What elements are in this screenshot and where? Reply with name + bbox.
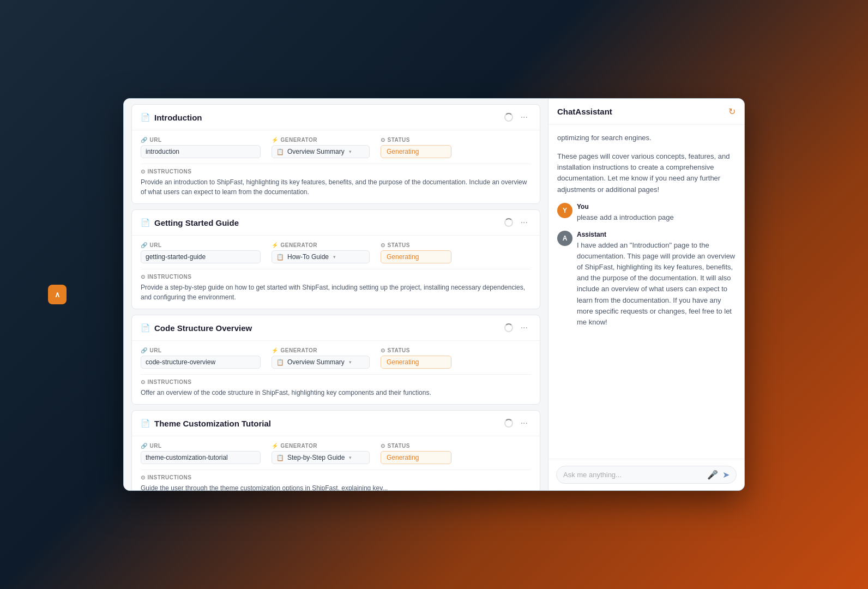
card-title-code-structure: 📄 Code Structure Overview [141,323,252,333]
instructions-label: ⊙ INSTRUCTIONS [141,169,531,175]
assistant-avatar: A [557,231,572,246]
page-icon: 📄 [141,113,150,122]
more-options-getting-started[interactable]: ··· [517,217,531,229]
chat-title: ChatAssistant [557,107,612,116]
assistant-message-3: A Assistant I have added an "Introductio… [557,231,736,328]
generator-label: ⚡ GENERATOR [272,137,370,143]
card-header-code-structure: 📄 Code Structure Overview ··· [132,315,540,341]
page-title-getting-started: Getting Started Guide [154,218,239,227]
spinner-theme [504,419,513,428]
instructions-text-code-structure: Offer an overview of the code structure … [141,388,531,398]
instructions-text-theme: Guide the user through the theme customi… [141,483,531,490]
assistant-message-1: optimizing for search engines. [557,133,736,143]
spinner-introduction [504,113,513,122]
card-header-theme: 📄 Theme Customization Tutorial ··· [132,411,540,436]
url-value-theme: theme-customization-tutorial [141,451,261,464]
field-row-introduction: 🔗 URL introduction ⚡ GENERATOR 📋 Overvie… [141,137,531,158]
card-actions-getting-started: ··· [504,217,531,229]
pages-panel: 📄 Introduction ··· 🔗 URL introduction [124,99,548,490]
generator-field-introduction: ⚡ GENERATOR 📋 Overview Summary ▾ [272,137,370,158]
send-icon[interactable]: ➤ [722,470,730,480]
sidebar-toggle-button[interactable]: ∧ [48,285,67,304]
generator-value-code-structure[interactable]: 📋 Overview Summary ▾ [272,356,370,369]
card-header-introduction: 📄 Introduction ··· [132,105,540,130]
generator-field-getting-started: ⚡ GENERATOR 📋 How-To Guide ▾ [272,242,370,263]
card-body-getting-started: 🔗 URL getting-started-guide ⚡ GENERATOR … [132,236,540,309]
chat-input[interactable] [563,471,703,479]
chat-input-area: 🎤 ➤ [548,459,744,490]
status-label: ⊙ STATUS [381,137,451,143]
generator-value-introduction[interactable]: 📋 Overview Summary ▾ [272,145,370,158]
page-icon: 📄 [141,419,150,428]
card-header-getting-started: 📄 Getting Started Guide ··· [132,210,540,236]
field-row-theme: 🔗 URL theme-customization-tutorial ⚡ GEN… [141,443,531,464]
instructions-text-introduction: Provide an introduction to ShipFast, hig… [141,177,531,197]
url-field-code-structure: 🔗 URL code-structure-overview [141,347,261,369]
status-value-code-structure: Generating [381,356,451,369]
page-title-introduction: Introduction [154,113,202,122]
page-card-getting-started: 📄 Getting Started Guide ··· 🔗 URL gettin [131,209,540,309]
card-body-theme: 🔗 URL theme-customization-tutorial ⚡ GEN… [132,436,540,490]
url-field-getting-started: 🔗 URL getting-started-guide [141,242,261,263]
user-message-you: Y You please add a introduction page [557,203,736,223]
user-name: You [577,203,736,211]
instructions-section-getting-started: ⊙ INSTRUCTIONS Provide a step-by-step gu… [141,269,531,302]
url-value-getting-started: getting-started-guide [141,250,261,263]
field-row-getting-started: 🔗 URL getting-started-guide ⚡ GENERATOR … [141,242,531,263]
status-field-getting-started: ⊙ STATUS Generating [381,242,451,263]
assistant-bubble-content: Assistant I have added an "Introduction"… [577,231,736,328]
url-label: 🔗 URL [141,137,261,143]
status-field-introduction: ⊙ STATUS Generating [381,137,451,158]
page-card-code-structure: 📄 Code Structure Overview ··· 🔗 URL code [131,315,540,405]
card-actions-theme: ··· [504,417,531,429]
status-value-introduction: Generating [381,145,451,158]
instructions-text-getting-started: Provide a step-by-step guide on how to g… [141,283,531,302]
page-title-code-structure: Code Structure Overview [154,323,252,333]
generator-value-theme[interactable]: 📋 Step-by-Step Guide ▾ [272,451,370,464]
refresh-icon[interactable]: ↻ [728,106,736,117]
assistant-message-2: These pages will cover various concepts,… [557,151,736,195]
chat-input-row: 🎤 ➤ [556,466,737,484]
generator-field-code-structure: ⚡ GENERATOR 📋 Overview Summary ▾ [272,347,370,369]
user-text: please add a introduction page [577,212,736,223]
url-field-theme: 🔗 URL theme-customization-tutorial [141,443,261,464]
status-value-getting-started: Generating [381,250,451,263]
page-icon: 📄 [141,218,150,227]
spinner-getting-started [504,218,513,227]
card-title-getting-started: 📄 Getting Started Guide [141,218,239,227]
page-title-theme: Theme Customization Tutorial [154,419,271,428]
mic-icon[interactable]: 🎤 [707,470,718,480]
more-options-theme[interactable]: ··· [517,417,531,429]
card-body-code-structure: 🔗 URL code-structure-overview ⚡ GENERATO… [132,341,540,404]
card-title-introduction: 📄 Introduction [141,113,202,122]
user-bubble-content: You please add a introduction page [577,203,736,223]
user-avatar: Y [557,203,572,218]
card-actions-code-structure: ··· [504,322,531,334]
card-body-introduction: 🔗 URL introduction ⚡ GENERATOR 📋 Overvie… [132,130,540,203]
status-field-theme: ⊙ STATUS Generating [381,443,451,464]
spinner-code-structure [504,323,513,332]
status-field-code-structure: ⊙ STATUS Generating [381,347,451,369]
generator-field-theme: ⚡ GENERATOR 📋 Step-by-Step Guide ▾ [272,443,370,464]
instructions-section-code-structure: ⊙ INSTRUCTIONS Offer an overview of the … [141,374,531,398]
card-title-theme: 📄 Theme Customization Tutorial [141,419,271,428]
page-icon: 📄 [141,323,150,332]
url-value-introduction: introduction [141,145,261,158]
page-card-introduction: 📄 Introduction ··· 🔗 URL introduction [131,104,540,204]
card-actions-introduction: ··· [504,111,531,123]
assistant-text: I have added an "Introduction" page to t… [577,240,736,328]
chat-messages: optimizing for search engines. These pag… [548,125,744,459]
instructions-section-introduction: ⊙ INSTRUCTIONS Provide an introduction t… [141,164,531,197]
more-options-code-structure[interactable]: ··· [517,322,531,334]
generator-value-getting-started[interactable]: 📋 How-To Guide ▾ [272,250,370,263]
more-options-introduction[interactable]: ··· [517,111,531,123]
chat-panel: ChatAssistant ↻ optimizing for search en… [548,99,744,490]
url-value-code-structure: code-structure-overview [141,356,261,369]
chat-header: ChatAssistant ↻ [548,99,744,125]
field-row-code-structure: 🔗 URL code-structure-overview ⚡ GENERATO… [141,347,531,369]
instructions-section-theme: ⊙ INSTRUCTIONS Guide the user through th… [141,470,531,490]
status-value-theme: Generating [381,451,451,464]
url-field-introduction: 🔗 URL introduction [141,137,261,158]
page-card-theme: 📄 Theme Customization Tutorial ··· 🔗 URL [131,410,540,490]
assistant-name: Assistant [577,231,736,238]
